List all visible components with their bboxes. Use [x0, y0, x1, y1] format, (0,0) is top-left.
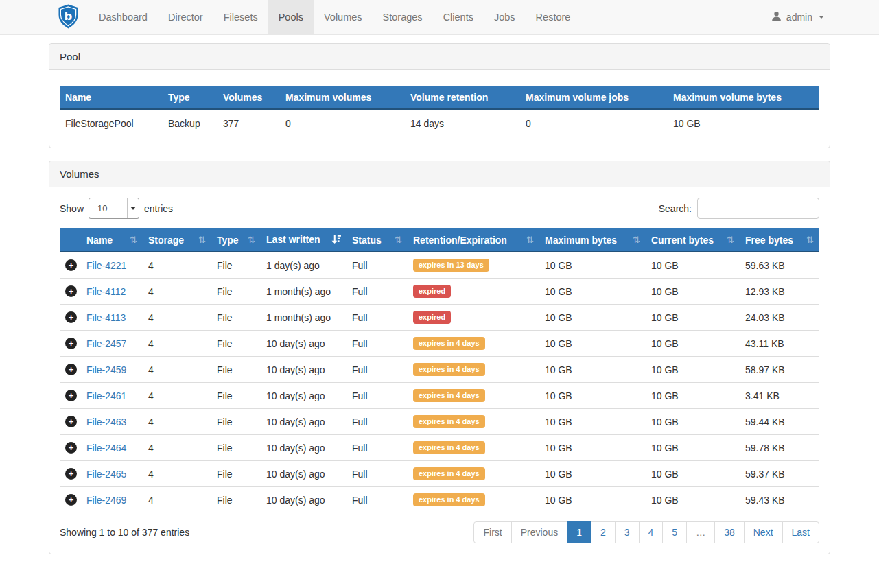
pool-col-volume-retention: Volume retention	[405, 86, 520, 109]
volume-row: +File-24634File10 day(s) agoFullexpires …	[60, 409, 819, 435]
volume-cell-control: +	[60, 357, 81, 383]
volume-link[interactable]: File-2469	[86, 495, 126, 506]
page-button-next[interactable]: Next	[744, 521, 783, 543]
volume-link[interactable]: File-4221	[86, 260, 126, 271]
volume-cell-current-bytes: 10 GB	[646, 331, 740, 357]
volumes-col-label: Storage	[148, 235, 184, 246]
volume-link[interactable]: File-2461	[86, 390, 126, 401]
volume-link[interactable]: File-2459	[86, 364, 126, 375]
volume-cell-status: Full	[347, 305, 408, 331]
volumes-col-maximum-bytes[interactable]: Maximum bytes⇅	[539, 228, 646, 252]
volumes-col-label: Current bytes	[651, 235, 714, 246]
volume-cell-last-written: 10 day(s) ago	[261, 487, 347, 513]
volume-cell-control: +	[60, 487, 81, 513]
volumes-col-label: Free bytes	[745, 235, 793, 246]
nav-item-pools[interactable]: Pools	[268, 0, 314, 34]
sort-icon: ⇅	[526, 235, 534, 245]
volume-cell-free-bytes: 24.03 KB	[740, 305, 819, 331]
select-arrow-icon	[127, 198, 139, 218]
volume-link[interactable]: File-4112	[86, 286, 126, 297]
svg-text:b: b	[65, 9, 73, 22]
volume-cell-status: Full	[347, 435, 408, 461]
volume-link[interactable]: File-2463	[86, 416, 126, 427]
expand-row-icon[interactable]: +	[65, 311, 77, 323]
volume-link[interactable]: File-2465	[86, 469, 126, 480]
volumes-col-last-written[interactable]: Last written	[261, 228, 347, 252]
nav-item-filesets[interactable]: Filesets	[213, 0, 268, 34]
volumes-col-label: Retention/Expiration	[413, 235, 507, 246]
volume-cell-type: File	[211, 435, 261, 461]
expand-row-icon[interactable]: +	[65, 416, 77, 427]
page-button-2[interactable]: 2	[591, 521, 616, 543]
volume-cell-free-bytes: 59.63 KB	[740, 252, 819, 279]
volume-cell-current-bytes: 10 GB	[646, 487, 740, 513]
page-length-select[interactable]: 10	[89, 198, 139, 219]
volumes-col-retention-expiration[interactable]: Retention/Expiration⇅	[408, 228, 539, 252]
volumes-col-type[interactable]: Type⇅	[211, 228, 261, 252]
pool-cell-volumes: 377	[218, 109, 280, 137]
search-input[interactable]	[697, 198, 819, 219]
volume-cell-maximum-bytes: 10 GB	[539, 331, 646, 357]
volume-cell-control: +	[60, 252, 81, 279]
navbar-menu: DashboardDirectorFilesetsPoolsVolumesSto…	[89, 0, 581, 34]
volume-row: +File-24694File10 day(s) agoFullexpires …	[60, 487, 819, 513]
volume-cell-maximum-bytes: 10 GB	[539, 279, 646, 305]
volume-cell-maximum-bytes: 10 GB	[539, 383, 646, 409]
volumes-col-status[interactable]: Status⇅	[347, 228, 408, 252]
page-button-38[interactable]: 38	[714, 521, 745, 543]
volume-cell-storage: 4	[143, 435, 211, 461]
page-button-last[interactable]: Last	[782, 521, 819, 543]
pool-col-name: Name	[60, 86, 163, 109]
volumes-col-storage[interactable]: Storage⇅	[143, 228, 211, 252]
pool-cell-maximum-volume-jobs: 0	[520, 109, 668, 137]
nav-item-volumes[interactable]: Volumes	[314, 0, 373, 34]
volume-link[interactable]: File-2457	[86, 338, 126, 349]
retention-badge: expired	[413, 311, 451, 324]
volume-cell-free-bytes: 43.11 KB	[740, 331, 819, 357]
volumes-col-name[interactable]: Name⇅	[81, 228, 143, 252]
pool-table-head-row: NameTypeVolumesMaximum volumesVolume ret…	[60, 86, 819, 109]
volume-link[interactable]: File-2464	[86, 443, 126, 454]
nav-item-clients[interactable]: Clients	[433, 0, 484, 34]
retention-badge: expires in 4 days	[413, 493, 485, 506]
pool-table-row: FileStoragePoolBackup377014 days010 GB	[60, 109, 819, 137]
expand-row-icon[interactable]: +	[65, 390, 77, 401]
page-button-3[interactable]: 3	[615, 521, 640, 543]
expand-row-icon[interactable]: +	[65, 259, 77, 271]
nav-item-dashboard[interactable]: Dashboard	[89, 0, 158, 34]
page-button-previous: Previous	[511, 521, 567, 543]
shield-icon: b	[58, 4, 78, 31]
page-button-1[interactable]: 1	[567, 521, 591, 543]
nav-item-jobs[interactable]: Jobs	[484, 0, 526, 34]
retention-badge: expired	[413, 285, 451, 298]
page-button-first: First	[473, 521, 511, 543]
volume-cell-storage: 4	[143, 461, 211, 487]
volume-cell-storage: 4	[143, 383, 211, 409]
pool-table: NameTypeVolumesMaximum volumesVolume ret…	[60, 86, 819, 137]
pool-panel: Pool NameTypeVolumesMaximum volumesVolum…	[49, 43, 830, 148]
expand-row-icon[interactable]: +	[65, 338, 77, 349]
nav-item-restore[interactable]: Restore	[526, 0, 581, 34]
expand-row-icon[interactable]: +	[65, 364, 77, 375]
nav-item-storages[interactable]: Storages	[373, 0, 433, 34]
sort-icon: ⇅	[806, 235, 814, 245]
pagination: FirstPrevious12345…38NextLast	[473, 521, 819, 543]
volume-cell-free-bytes: 59.37 KB	[740, 461, 819, 487]
volume-cell-status: Full	[347, 487, 408, 513]
page-button-4[interactable]: 4	[639, 521, 664, 543]
user-menu[interactable]: admin	[761, 0, 879, 34]
volumes-col-current-bytes[interactable]: Current bytes⇅	[646, 228, 740, 252]
volume-link[interactable]: File-4113	[86, 312, 126, 323]
expand-row-icon[interactable]: +	[65, 494, 77, 506]
bareos-logo[interactable]: b	[0, 0, 89, 34]
sort-desc-icon	[331, 235, 341, 246]
expand-row-icon[interactable]: +	[65, 468, 77, 480]
nav-item-director[interactable]: Director	[158, 0, 213, 34]
page-button-5[interactable]: 5	[662, 521, 687, 543]
expand-row-icon[interactable]: +	[65, 285, 77, 297]
volume-cell-maximum-bytes: 10 GB	[539, 435, 646, 461]
volume-cell-free-bytes: 12.93 KB	[740, 279, 819, 305]
volumes-col-free-bytes[interactable]: Free bytes⇅	[740, 228, 819, 252]
volume-cell-maximum-bytes: 10 GB	[539, 305, 646, 331]
expand-row-icon[interactable]: +	[65, 442, 77, 454]
